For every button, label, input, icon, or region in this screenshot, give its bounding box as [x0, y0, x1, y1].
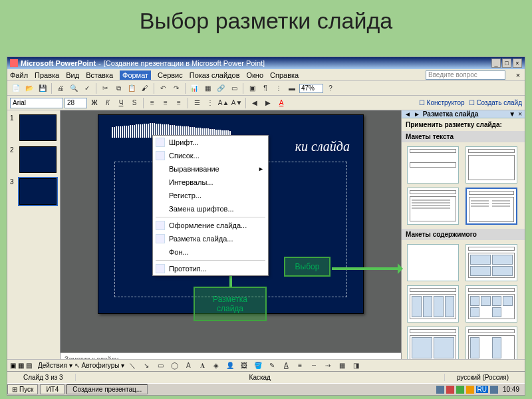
font-color2-icon[interactable]: A	[280, 360, 292, 372]
show-format-icon[interactable]: ¶	[259, 82, 271, 94]
clipart-icon[interactable]: 👤	[224, 360, 236, 372]
menu-item[interactable]: Регистр...	[153, 189, 268, 202]
zoom-select[interactable]: 47%	[299, 84, 323, 93]
mdi-close-button[interactable]: ×	[514, 71, 522, 79]
layout-blank[interactable]	[407, 244, 459, 281]
maximize-button[interactable]: □	[502, 59, 511, 68]
view-slideshow-icon[interactable]: ▤	[26, 362, 32, 369]
layout-title-body[interactable]	[466, 146, 517, 184]
menu-item[interactable]: Прототип...	[153, 262, 268, 275]
actions-menu[interactable]: Действия ▾	[38, 362, 72, 369]
menu-item[interactable]: Шрифт...	[153, 136, 268, 149]
menu-file[interactable]: Файл	[10, 71, 28, 79]
preview-icon[interactable]: 🔍	[68, 82, 80, 94]
menu-item[interactable]: Выравнивание►	[153, 162, 268, 176]
undo-icon[interactable]: ↶	[157, 82, 169, 94]
designer-link[interactable]: ☐ Конструктор	[419, 99, 465, 106]
copy-icon[interactable]: ⧉	[112, 82, 124, 94]
menu-slideshow[interactable]: Показ слайдов	[190, 71, 240, 79]
table-icon[interactable]: ▦	[201, 82, 213, 94]
menu-item[interactable]: Интервалы...	[153, 176, 268, 189]
task-it4[interactable]: ИТ4	[40, 384, 65, 394]
wordart-icon[interactable]: 𝐀	[196, 360, 208, 372]
spellcheck-icon[interactable]: ✓	[81, 82, 93, 94]
rectangle-icon[interactable]: ▭	[154, 360, 166, 372]
save-icon[interactable]: 💾	[37, 82, 49, 94]
help-question-input[interactable]: Введите вопрос	[426, 70, 505, 80]
task-powerpoint[interactable]: Создание презентац...	[66, 384, 148, 394]
autoshapes-menu[interactable]: Автофигуры ▾	[82, 362, 125, 369]
menu-item[interactable]: Замена шрифтов...	[153, 202, 268, 215]
diagram-icon[interactable]: ◈	[210, 360, 222, 372]
layout-title-bullets[interactable]	[407, 188, 459, 225]
tables-borders-icon[interactable]: ▭	[228, 82, 240, 94]
align-right-icon[interactable]: ≡	[173, 97, 185, 109]
font-color-icon[interactable]: A	[275, 97, 287, 109]
layout-two-column[interactable]	[466, 188, 517, 225]
menu-edit[interactable]: Правка	[35, 71, 59, 79]
help-icon[interactable]: ?	[325, 82, 336, 94]
menu-help[interactable]: Справка	[270, 71, 299, 79]
redo-icon[interactable]: ↷	[170, 82, 182, 94]
formatpaint-icon[interactable]: 🖌	[139, 82, 151, 94]
numbered-list-icon[interactable]: ☰	[191, 97, 203, 109]
menu-view[interactable]: Вид	[66, 71, 79, 79]
menu-format[interactable]: Формат	[120, 70, 151, 80]
menu-item[interactable]: Список...	[153, 149, 268, 162]
size-select[interactable]: 28	[65, 98, 87, 108]
menu-item[interactable]: Разметка слайда...	[153, 232, 268, 245]
font-select[interactable]: Arial	[10, 98, 63, 108]
menu-item[interactable]: Оформление слайда...	[153, 219, 268, 232]
textbox-icon[interactable]: A	[182, 360, 194, 372]
layout-content-2[interactable]	[407, 285, 459, 323]
taskpane-back-icon[interactable]: ◄	[404, 110, 411, 118]
arrow-style-icon[interactable]: ⇢	[322, 360, 334, 372]
layout-title-only[interactable]	[407, 146, 459, 184]
thumb-3[interactable]: 3	[10, 178, 57, 205]
layout-content-3[interactable]	[466, 285, 517, 323]
taskpane-close-icon[interactable]: ×	[518, 110, 522, 118]
shadow-icon[interactable]: S	[128, 97, 140, 109]
underline-icon[interactable]: Ч	[115, 97, 127, 109]
picture-icon[interactable]: 🖼	[238, 360, 250, 372]
print-icon[interactable]: 🖨	[55, 82, 66, 94]
italic-icon[interactable]: К	[102, 97, 114, 109]
thumb-1[interactable]: 1	[10, 114, 57, 141]
color-icon[interactable]: ▬	[286, 82, 298, 94]
tray-icon[interactable]	[466, 386, 474, 394]
3d-style-icon[interactable]: ◨	[350, 360, 362, 372]
chart-icon[interactable]: 📊	[188, 82, 200, 94]
hyperlink-icon[interactable]: 🔗	[215, 82, 227, 94]
close-button[interactable]: ×	[513, 59, 522, 68]
shadow-style-icon[interactable]: ▦	[336, 360, 348, 372]
start-button[interactable]: ⊞Пуск	[7, 384, 38, 394]
taskpane-fwd-icon[interactable]: ►	[414, 110, 420, 118]
taskpane-dropdown-icon[interactable]: ▼	[509, 110, 515, 118]
tray-icon[interactable]	[446, 386, 454, 394]
dash-style-icon[interactable]: ┄	[308, 360, 320, 372]
open-icon[interactable]: 📂	[23, 82, 35, 94]
menu-window[interactable]: Окно	[247, 71, 264, 79]
tray-icon[interactable]	[436, 386, 444, 394]
arrow-icon[interactable]: ↘	[140, 360, 152, 372]
decrease-indent-icon[interactable]: ◀	[249, 97, 261, 109]
fill-color-icon[interactable]: 🪣	[252, 360, 264, 372]
bullet-list-icon[interactable]: ⋮	[204, 97, 216, 109]
bold-icon[interactable]: Ж	[88, 97, 100, 109]
oval-icon[interactable]: ◯	[168, 360, 180, 372]
tray-icon[interactable]	[490, 386, 498, 394]
increase-indent-icon[interactable]: ▶	[262, 97, 274, 109]
new-icon[interactable]: 📄	[10, 82, 22, 94]
line-color-icon[interactable]: ✎	[266, 360, 278, 372]
tray-icon[interactable]	[456, 386, 464, 394]
decrease-font-icon[interactable]: A▼	[231, 97, 243, 109]
menu-item[interactable]: Фон...	[153, 245, 268, 259]
menu-insert[interactable]: Вставка	[86, 71, 113, 79]
line-style-icon[interactable]: ≡	[294, 360, 306, 372]
align-center-icon[interactable]: ≡	[160, 97, 172, 109]
layout-content-5[interactable]	[466, 327, 517, 364]
paste-icon[interactable]: 📋	[126, 82, 138, 94]
line-icon[interactable]: ＼	[126, 360, 138, 372]
expand-icon[interactable]: ▣	[246, 82, 258, 94]
new-slide-link[interactable]: ☐ Создать слайд	[469, 99, 522, 106]
